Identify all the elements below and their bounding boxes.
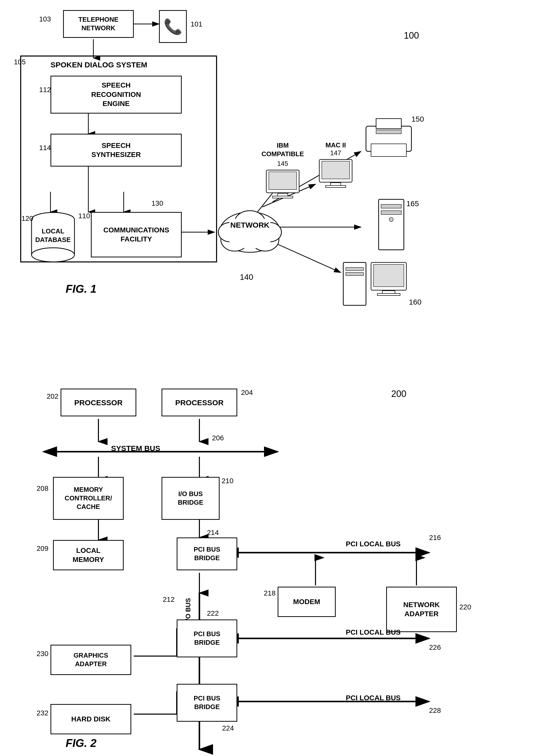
ibm-compatible: IBMCOMPATIBLE 145 <box>257 141 308 200</box>
spoken-dialog-label: SPOKEN DIALOG SYSTEM <box>50 60 147 69</box>
network-cloud: NETWORK <box>215 202 285 265</box>
pci-local-bus3-label: PCI LOCAL BUS <box>346 694 401 702</box>
ref-230: 230 <box>37 650 48 658</box>
phone-icon: 📞 <box>159 10 187 43</box>
io-bus-label: I/O BUS <box>184 598 192 622</box>
ref-202: 202 <box>47 393 58 401</box>
svg-rect-66 <box>381 204 401 208</box>
ref-209: 209 <box>37 545 48 553</box>
ref-112: 112 <box>39 86 51 94</box>
network-adapter-box: NETWORK ADAPTER <box>386 587 457 632</box>
server-165: 165 <box>374 197 409 253</box>
pci-bus-bridge3-box: PCI BUS BRIDGE <box>177 684 237 722</box>
svg-rect-62 <box>376 119 401 129</box>
svg-rect-56 <box>273 196 293 198</box>
ref-216: 216 <box>429 534 441 542</box>
fig2-label: FIG. 2 <box>65 737 97 749</box>
ref-214: 214 <box>207 528 219 537</box>
ref-130: 130 <box>151 199 163 207</box>
pci-local-bus2-label: PCI LOCAL BUS <box>346 628 401 636</box>
fig1-label: FIG. 1 <box>65 283 97 295</box>
processor2-box: PROCESSOR <box>161 389 237 416</box>
ref-232: 232 <box>37 709 48 717</box>
svg-rect-75 <box>377 293 400 296</box>
svg-rect-54 <box>269 172 297 189</box>
ref-200: 200 <box>391 389 406 399</box>
printer-150: 150 <box>361 114 416 160</box>
ref-228: 228 <box>429 707 441 715</box>
ref-220: 220 <box>459 603 471 611</box>
pci-bus-bridge2-box: PCI BUS BRIDGE <box>177 619 237 657</box>
pci-local-bus1-label: PCI LOCAL BUS <box>346 540 401 548</box>
local-database: LOCALDATABASE <box>30 212 76 263</box>
ref-103: 103 <box>39 15 51 23</box>
ref-120: 120 <box>21 214 33 222</box>
speech-recognition-box: SPEECH RECOGNITION ENGINE <box>50 76 182 114</box>
ref-222: 222 <box>207 609 219 617</box>
ref-210: 210 <box>222 477 234 485</box>
ref-101: 101 <box>190 20 202 28</box>
memory-controller-box: MEMORY CONTROLLER/ CACHE <box>53 477 124 520</box>
ref-100: 100 <box>404 30 419 41</box>
ref-226: 226 <box>429 643 441 651</box>
svg-point-68 <box>389 217 393 221</box>
diagram-container: 100 TELEPHONE NETWORK 103 📞 101 SPOKEN D… <box>0 0 552 756</box>
workstation-160: 160 <box>341 257 411 314</box>
pci-bus-bridge1-box: PCI BUS BRIDGE <box>177 538 237 570</box>
io-bus-bridge-box: I/O BUS BRIDGE <box>161 477 220 520</box>
ref-204: 204 <box>241 389 253 397</box>
ref-206: 206 <box>212 434 224 442</box>
svg-rect-60 <box>325 185 346 187</box>
svg-rect-70 <box>346 268 364 271</box>
ref-110: 110 <box>78 212 90 220</box>
ref-105: 105 <box>14 58 26 66</box>
telephone-network-box: TELEPHONE NETWORK <box>63 10 134 38</box>
processor1-box: PROCESSOR <box>60 389 136 416</box>
ref-208: 208 <box>37 484 48 492</box>
ref-140: 140 <box>240 273 253 282</box>
hard-disk-box: HARD DISK <box>50 704 131 734</box>
ref-114: 114 <box>39 144 51 152</box>
modem-box: MODEM <box>278 587 336 617</box>
svg-rect-64 <box>376 130 401 134</box>
ref-224: 224 <box>222 724 234 732</box>
svg-rect-58 <box>322 161 350 179</box>
communications-facility-box: COMMUNICATIONS FACILITY <box>91 212 182 257</box>
speech-synthesizer-box: SPEECH SYNTHESIZER <box>50 134 182 167</box>
svg-point-45 <box>31 248 75 262</box>
local-memory-box: LOCAL MEMORY <box>53 540 124 570</box>
svg-rect-67 <box>381 211 401 214</box>
system-bus-label: SYSTEM BUS <box>111 444 160 453</box>
svg-rect-71 <box>346 273 364 276</box>
ref-212: 212 <box>163 596 175 604</box>
graphics-adapter-box: GRAPHICS ADAPTER <box>50 645 131 675</box>
mac-ii: MAC II 147 <box>310 141 361 189</box>
ref-218: 218 <box>264 589 276 597</box>
svg-rect-63 <box>371 144 406 156</box>
svg-rect-73 <box>374 265 404 287</box>
